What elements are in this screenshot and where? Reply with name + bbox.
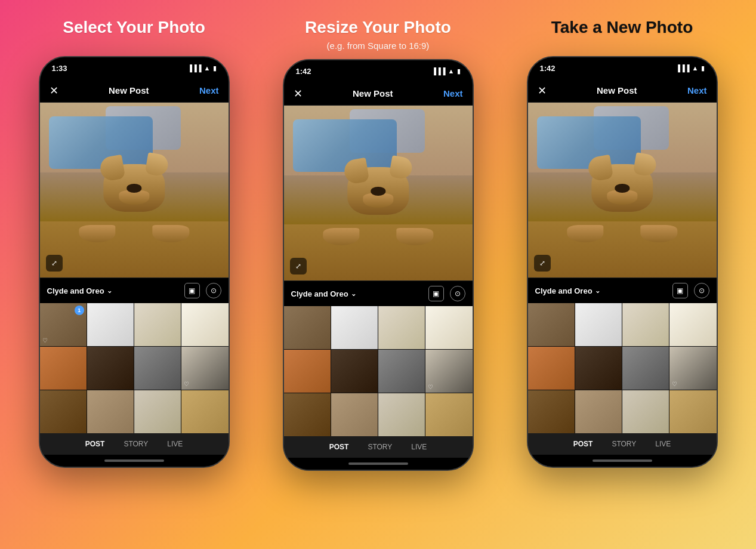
gallery-label-3[interactable]: Clyde and Oreo <box>535 286 600 295</box>
grid-cell-1-6[interactable] <box>87 347 134 390</box>
grid-cell-1-10[interactable] <box>87 390 134 433</box>
grid-cell-1-3[interactable] <box>134 303 181 346</box>
grid-cell-2-6[interactable] <box>331 350 378 393</box>
gallery-icons-3: ▣ ⊙ <box>672 283 709 298</box>
grid-cell-2-2[interactable] <box>331 306 378 349</box>
wifi-icon-1: ▲ <box>204 64 211 72</box>
tab-story-1[interactable]: STORY <box>119 437 153 451</box>
tab-live-2[interactable]: LIVE <box>406 440 431 454</box>
dog-ear-right-1 <box>144 153 169 178</box>
camera-icon-2[interactable]: ⊙ <box>450 286 465 301</box>
grid-cell-3-11[interactable] <box>622 390 669 433</box>
tab-story-3[interactable]: STORY <box>607 437 641 451</box>
grid-cell-2-11[interactable] <box>378 393 425 436</box>
grid-cell-1-11[interactable] <box>134 390 181 433</box>
dog-head-1 <box>103 164 165 212</box>
close-btn-2[interactable]: ✕ <box>294 87 303 100</box>
next-btn-1[interactable]: Next <box>199 85 219 95</box>
camera-icon-3[interactable]: ⊙ <box>694 283 709 298</box>
grid-cell-2-12[interactable] <box>425 393 472 436</box>
home-bar-1 <box>104 459 164 462</box>
grid-cell-3-6[interactable] <box>575 347 622 390</box>
status-icons-3: ▐▐▐ ▲ ▮ <box>675 64 704 72</box>
tab-live-3[interactable]: LIVE <box>650 437 675 451</box>
section-subtitle-resize: (e.g. from Square to 16:9) <box>327 41 430 51</box>
gallery-label-1[interactable]: Clyde and Oreo <box>47 286 112 295</box>
tab-post-2[interactable]: POST <box>325 440 354 454</box>
tab-post-1[interactable]: POST <box>81 437 110 451</box>
multi-select-icon-1[interactable]: ▣ <box>184 283 200 298</box>
grid-cell-1-2[interactable] <box>87 303 134 346</box>
grid-cell-3-1[interactable] <box>528 303 575 346</box>
gallery-label-2[interactable]: Clyde and Oreo <box>291 289 356 298</box>
grid-cell-1-8[interactable]: ♡ <box>181 347 228 390</box>
grid-cell-2-4[interactable] <box>425 306 472 349</box>
expand-icon-1[interactable]: ⤢ <box>46 255 63 272</box>
battery-icon-3: ▮ <box>701 64 705 72</box>
grid-cell-3-9[interactable] <box>528 390 575 433</box>
grid-cell-3-2[interactable] <box>575 303 622 346</box>
grid-cell-2-10[interactable] <box>331 393 378 436</box>
dog-body-3 <box>561 155 683 243</box>
grid-cell-1-7[interactable] <box>134 347 181 390</box>
dog-body-2 <box>317 158 439 246</box>
dog-scene-3 <box>528 103 717 277</box>
section-title-take: Take a New Photo <box>551 18 693 37</box>
expand-icon-2[interactable]: ⤢ <box>290 258 307 274</box>
section-select: Select Your Photo 1:33 ▐▐▐ ▲ ▮ ✕ New Po <box>12 18 256 468</box>
status-bar-3: 1:42 ▐▐▐ ▲ ▮ <box>528 57 717 79</box>
grid-cell-1-12[interactable] <box>181 390 228 433</box>
main-content: Select Your Photo 1:33 ▐▐▐ ▲ ▮ ✕ New Po <box>0 0 756 549</box>
dog-body-1 <box>73 155 195 243</box>
photo-grid-3: ♡ <box>528 303 717 433</box>
grid-cell-2-7[interactable] <box>378 350 425 393</box>
grid-cell-1-1[interactable]: ♡ <box>40 303 87 346</box>
dog-scene-2 <box>284 106 473 280</box>
grid-cell-2-1[interactable] <box>284 306 331 349</box>
grid-cell-3-5[interactable] <box>528 347 575 390</box>
dog-ear-right-3 <box>632 153 658 178</box>
tab-post-3[interactable]: POST <box>569 437 598 451</box>
heart-2: ♡ <box>184 381 189 387</box>
grid-cell-2-5[interactable] <box>284 350 331 393</box>
close-btn-3[interactable]: ✕ <box>538 84 547 97</box>
phone-3: 1:42 ▐▐▐ ▲ ▮ ✕ New Post Next <box>527 56 718 468</box>
dog-nose-2 <box>371 187 385 196</box>
multi-select-icon-2[interactable]: ▣ <box>428 286 444 301</box>
app-header-2: ✕ New Post Next <box>284 82 473 106</box>
multi-select-icon-3[interactable]: ▣ <box>672 283 688 298</box>
tab-bar-1: POST STORY LIVE <box>40 433 229 455</box>
dog-ear-right-2 <box>388 156 414 181</box>
grid-cell-2-3[interactable] <box>378 306 425 349</box>
section-title-select: Select Your Photo <box>63 18 205 37</box>
dog-photo-3 <box>528 103 717 277</box>
phone-1: 1:33 ▐▐▐ ▲ ▮ ✕ New Post Next <box>39 56 230 468</box>
grid-cell-3-8[interactable]: ♡ <box>669 347 716 390</box>
status-bar-1: 1:33 ▐▐▐ ▲ ▮ <box>40 57 229 79</box>
grid-cell-3-10[interactable] <box>575 390 622 433</box>
tab-story-2[interactable]: STORY <box>363 440 397 454</box>
header-title-3: New Post <box>597 85 637 95</box>
grid-cell-1-9[interactable] <box>40 390 87 433</box>
grid-cell-1-5[interactable] <box>40 347 87 390</box>
tab-bar-2: POST STORY LIVE <box>284 436 473 458</box>
dog-ear-left-2 <box>342 158 369 185</box>
home-indicator-1 <box>40 455 229 467</box>
tab-live-1[interactable]: LIVE <box>162 437 187 451</box>
notch-2 <box>342 60 414 73</box>
dog-paw-left-2 <box>323 228 360 245</box>
camera-icon-1[interactable]: ⊙ <box>206 283 221 298</box>
close-btn-1[interactable]: ✕ <box>50 84 58 97</box>
grid-cell-3-3[interactable] <box>622 303 669 346</box>
grid-cell-2-8[interactable]: ♡ <box>425 350 472 393</box>
grid-cell-2-9[interactable] <box>284 393 331 436</box>
next-btn-2[interactable]: Next <box>443 88 463 98</box>
next-btn-3[interactable]: Next <box>687 85 707 95</box>
grid-cell-3-4[interactable] <box>669 303 716 346</box>
battery-icon-2: ▮ <box>457 67 461 75</box>
grid-cell-3-12[interactable] <box>669 390 716 433</box>
grid-cell-3-7[interactable] <box>622 347 669 390</box>
expand-icon-3[interactable]: ⤢ <box>534 255 551 272</box>
notch-3 <box>587 57 658 70</box>
grid-cell-1-4[interactable] <box>181 303 228 346</box>
